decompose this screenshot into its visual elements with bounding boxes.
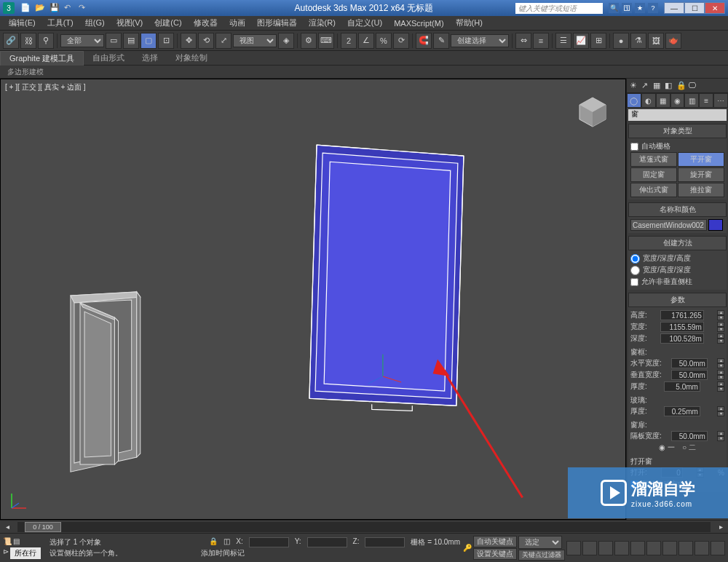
view-cube[interactable] [574,94,611,130]
tab-more[interactable]: ⋯ [713,93,728,108]
tab-create[interactable]: ◯ [627,93,641,108]
viewport[interactable]: [ + ][ 正交 ][ 真实 + 边面 ] [0,79,626,520]
key-icon[interactable]: 🔑 [463,544,472,552]
width-input[interactable] [660,322,704,332]
timeline-prev-icon[interactable]: ◂ [0,523,15,531]
bind-icon[interactable]: ⚲ [38,33,54,49]
next-frame-icon[interactable] [614,541,629,555]
ribbon-tab-paint[interactable]: 对象绘制 [167,51,216,65]
select-region-icon[interactable]: ▢ [141,33,157,49]
render-setup-icon[interactable]: ⚗ [630,33,646,49]
menu-customize[interactable]: 自定义(U) [341,17,388,28]
type-projected[interactable]: 伸出式窗 [630,183,677,197]
current-row-button[interactable]: 所在行 [10,547,41,559]
x-input[interactable] [249,537,289,547]
display-icon[interactable]: ▦ [653,81,663,91]
params-header[interactable]: 参数 [628,293,727,307]
save-icon[interactable]: 💾 [50,3,60,13]
menu-create[interactable]: 创建(C) [149,17,187,28]
pan-icon[interactable] [646,541,661,555]
help-icon[interactable]: ? [648,3,658,13]
snap-angle-icon[interactable]: ∠ [358,33,374,49]
zoom-all-icon[interactable] [678,541,693,555]
autogrid-checkbox[interactable] [630,143,638,151]
manipulate-icon[interactable]: ⚙ [301,33,317,49]
new-icon[interactable]: 📄 [20,3,31,13]
menu-help[interactable]: 帮助(H) [450,17,488,28]
menu-modifiers[interactable]: 修改器 [188,17,223,28]
height-spinner[interactable]: ▴▾ [717,310,724,320]
minimize-button[interactable]: — [664,2,684,14]
mirror-icon[interactable]: ⇔ [515,33,531,49]
magnet-icon[interactable]: 🧲 [416,33,432,49]
radio-two-icon[interactable]: ○ 二 [682,443,696,453]
menu-edit[interactable]: 编辑(E) [3,17,41,28]
undo-icon[interactable]: ↶ [64,3,74,13]
name-header[interactable]: 名称和颜色 [628,202,727,217]
play-icon[interactable] [598,541,613,555]
gthick-spinner[interactable]: ▴▾ [717,406,724,416]
menu-views[interactable]: 视图(V) [111,17,149,28]
prompt-icon[interactable]: ⊳ [3,547,9,559]
ref-coord-dropdown[interactable]: 视图 [233,34,277,47]
vwidth-input[interactable] [671,370,708,380]
snap-2d-icon[interactable]: 2 [341,33,357,49]
align-icon[interactable]: ≡ [533,33,549,49]
arrow-icon[interactable]: ↗ [641,81,652,91]
script-icon[interactable]: 📜 [3,537,12,545]
nonvert-checkbox[interactable] [630,278,638,286]
goto-end-icon[interactable] [630,541,645,555]
tab-modify[interactable]: ◐ [641,93,656,108]
selection-filter-dropdown[interactable]: 全部 [60,34,104,47]
vwidth-spinner[interactable]: ▴▾ [717,370,724,380]
height-input[interactable] [660,310,704,320]
app-icon[interactable]: 3 [3,2,15,14]
key-filter-button[interactable]: 关键点过滤器 [518,550,565,561]
edit-sel-icon[interactable]: ✎ [433,33,449,49]
ribbon-tab-selection[interactable]: 选择 [133,51,167,65]
spinner-snap-icon[interactable]: ⟳ [393,33,409,49]
render-frame-icon[interactable]: 🖼 [648,33,664,49]
viewport-label[interactable]: [ + ][ 正交 ][ 真实 + 边面 ] [5,82,86,92]
named-selection-dropdown[interactable]: 创建选择集 [451,34,509,47]
search-icon[interactable]: 🔍 [609,3,619,13]
close-button[interactable]: ✕ [705,2,725,14]
y-input[interactable] [307,537,347,547]
schematic-icon[interactable]: ⊞ [590,33,606,49]
color-swatch[interactable] [708,219,723,231]
add-time-tag[interactable]: 添加时间标记 [201,548,245,558]
scale-icon[interactable]: ⤢ [215,33,232,49]
rotate-icon[interactable]: ⟲ [198,33,214,49]
layers-icon[interactable]: ☰ [555,33,571,49]
method2-radio[interactable] [630,266,640,275]
thick-spinner[interactable]: ▴▾ [717,381,724,392]
monitor-icon[interactable]: 🖵 [688,81,698,91]
create-method-header[interactable]: 创建方法 [628,236,727,250]
help-search-input[interactable]: 键入关键字或短语 [515,3,603,14]
method1-radio[interactable] [630,254,640,264]
time-handle[interactable]: 0 / 100 [25,522,61,532]
move-icon[interactable]: ✥ [181,33,197,49]
timeline-next-icon[interactable]: ▸ [713,523,728,531]
auto-key-button[interactable]: 自动关键点 [473,536,517,547]
menu-group[interactable]: 组(G) [79,17,111,28]
tab-hierarchy[interactable]: ▦ [656,93,670,108]
listener-icon[interactable]: ▤ [13,537,20,545]
render-icon[interactable]: 🫖 [665,33,681,49]
snap-percent-icon[interactable]: % [376,33,392,49]
tab-utility[interactable]: ≡ [699,93,713,108]
util-icon[interactable]: ◧ [665,81,675,91]
hwidth-input[interactable] [671,358,708,368]
panelw-spinner[interactable]: ▴▾ [717,431,724,441]
curve-editor-icon[interactable]: 📈 [573,33,589,49]
menu-tools[interactable]: 工具(T) [41,17,79,28]
key-icon[interactable]: ⚿ [622,3,632,13]
gthick-input[interactable] [664,406,700,416]
menu-render[interactable]: 渲染(R) [303,17,341,28]
object-name-input[interactable] [630,219,707,231]
goto-start-icon[interactable] [566,541,581,555]
radio-one-icon[interactable]: ◉ 一 [659,443,675,453]
unlink-icon[interactable]: ⛓ [20,33,36,49]
lock-icon[interactable]: 🔒 [676,81,687,91]
material-icon[interactable]: ● [613,33,629,49]
